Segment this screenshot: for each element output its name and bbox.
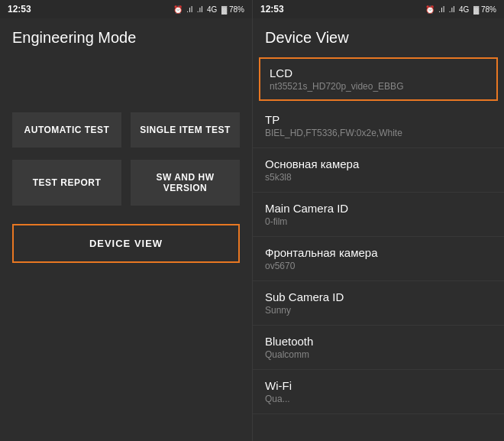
device-list: LCDnt35521s_HD720p_video_EBBGTPBIEL_HD,F…	[253, 54, 504, 441]
device-item-name: Main Camera ID	[265, 202, 492, 215]
device-view-button[interactable]: DEVICE VIEW	[12, 224, 240, 263]
device-item-name: TP	[265, 113, 492, 126]
right-panel-title: Device View	[253, 18, 504, 54]
sw-hw-version-button[interactable]: SW AND HW VERSION	[131, 160, 240, 206]
device-item-value: Sunny	[265, 305, 492, 316]
left-panel: 12:53 ⏰ .ıl .ıl 4G ▓ 78% Engineering Mod…	[0, 0, 252, 441]
device-item-name: Основная камера	[265, 157, 492, 170]
device-list-item[interactable]: LCDnt35521s_HD720p_video_EBBG	[259, 57, 498, 101]
test-report-button[interactable]: TEST REPORT	[12, 160, 121, 206]
device-item-value: Qua...	[265, 394, 492, 404]
device-item-name: Wi-Fi	[265, 379, 492, 392]
single-item-test-button[interactable]: SINGLE ITEM TEST	[131, 112, 240, 148]
device-list-item[interactable]: Wi-FiQua...	[253, 370, 504, 414]
device-item-value: 0-film	[265, 216, 492, 227]
right-status-icons: ⏰ .ıl .ıl 4G ▓ 78%	[425, 5, 496, 14]
automatic-test-button[interactable]: AUTOMATIC TEST	[12, 112, 121, 148]
device-list-item[interactable]: Main Camera ID0-film	[253, 193, 504, 237]
device-list-item[interactable]: Основная камераs5k3l8	[253, 148, 504, 193]
left-content: AUTOMATIC TEST SINGLE ITEM TEST TEST REP…	[0, 100, 252, 441]
device-list-item[interactable]: BluetoothQualcomm	[253, 326, 504, 370]
left-status-bar: 12:53 ⏰ .ıl .ıl 4G ▓ 78%	[0, 0, 252, 18]
right-panel: 12:53 ⏰ .ıl .ıl 4G ▓ 78% Device View LCD…	[252, 0, 504, 441]
device-item-value: BIEL_HD,FT5336,FW:0x2e,White	[265, 128, 492, 138]
left-panel-title: Engineering Mode	[0, 18, 252, 54]
left-status-icons: ⏰ .ıl .ıl 4G ▓ 78%	[173, 5, 244, 14]
device-item-value: Qualcomm	[265, 349, 492, 360]
device-item-name: Фронтальная камера	[265, 246, 492, 259]
device-item-name: Bluetooth	[265, 335, 492, 348]
device-list-item[interactable]: Sub Camera IDSunny	[253, 281, 504, 326]
device-list-item[interactable]: Фронтальная камераov5670	[253, 237, 504, 281]
right-time: 12:53	[260, 4, 284, 15]
device-item-name: LCD	[270, 66, 487, 79]
device-item-value: s5k3l8	[265, 172, 492, 183]
device-item-value: nt35521s_HD720p_video_EBBG	[270, 81, 487, 92]
right-status-bar: 12:53 ⏰ .ıl .ıl 4G ▓ 78%	[253, 0, 504, 18]
device-item-name: Sub Camera ID	[265, 290, 492, 303]
left-time: 12:53	[8, 4, 31, 15]
device-list-item[interactable]: TPBIEL_HD,FT5336,FW:0x2e,White	[253, 104, 504, 148]
button-row-2: TEST REPORT SW AND HW VERSION	[12, 160, 240, 206]
device-item-value: ov5670	[265, 261, 492, 271]
button-row-1: AUTOMATIC TEST SINGLE ITEM TEST	[12, 112, 240, 148]
